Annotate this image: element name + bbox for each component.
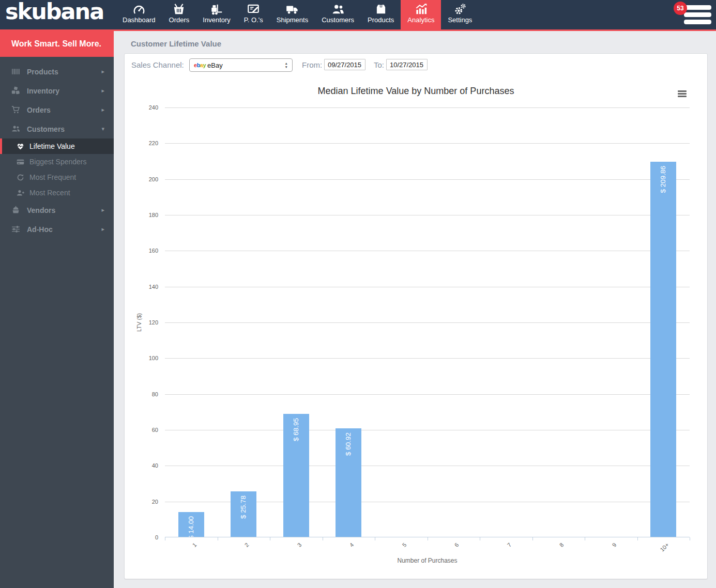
- from-date-input[interactable]: [324, 59, 365, 70]
- to-label: To:: [374, 60, 384, 69]
- bar-value-label: $ 209.86: [659, 166, 667, 193]
- sales-channel-label: Sales Channel:: [131, 60, 184, 69]
- sidebar-item-lifetime-value[interactable]: Lifetime Value: [0, 138, 114, 154]
- sidebar-item-label: Customers: [27, 125, 101, 133]
- nav-item-dashboard[interactable]: Dashboard: [116, 0, 162, 29]
- sidebar-item-label: Most Recent: [29, 189, 104, 197]
- x-axis-tick-label: 8: [558, 541, 565, 548]
- sidebar-item-biggest-spenders[interactable]: Biggest Spenders: [0, 154, 114, 169]
- select-arrows-icon: ▲▼: [285, 61, 288, 69]
- sliders-icon: [11, 225, 20, 234]
- y-axis-tick-label: 220: [127, 140, 158, 147]
- sales-channel-select[interactable]: ebay eBay ▲▼: [189, 58, 293, 72]
- nav-item-label: Orders: [169, 17, 190, 24]
- sidebar-item-label: Inventory: [27, 87, 101, 95]
- nav-item-settings[interactable]: Settings: [441, 0, 479, 29]
- gridline: [165, 179, 690, 180]
- sidebar-item-label: Most Frequent: [29, 173, 104, 181]
- nav-item-shipments[interactable]: Shipments: [270, 0, 315, 29]
- nav-item-label: Inventory: [203, 17, 230, 24]
- sidebar-item-adhoc[interactable]: Ad-Hoc ▸: [0, 220, 114, 239]
- sidebar-menu: Products ▸ Inventory ▸ Orders ▸ Customer…: [0, 57, 114, 239]
- gridline: [165, 322, 690, 323]
- y-axis-tick-label: 0: [127, 534, 158, 541]
- x-axis-tick: [270, 537, 270, 540]
- sidebar-item-vendors[interactable]: Vendors ▸: [0, 200, 114, 220]
- sidebar-item-label: Orders: [27, 106, 101, 114]
- nav-item-inventory[interactable]: Inventory: [196, 0, 237, 29]
- x-axis-tick: [165, 537, 165, 540]
- bar-value-label: $ 68.95: [292, 418, 300, 441]
- y-axis-tick-label: 200: [127, 176, 158, 183]
- users-icon: [11, 125, 20, 133]
- chevron-right-icon: ▸: [101, 87, 104, 94]
- main-menu-button[interactable]: 53: [677, 5, 711, 25]
- y-axis-tick-label: 180: [127, 211, 158, 219]
- nav-item-label: Products: [368, 17, 394, 24]
- chart-menu-button[interactable]: [677, 89, 688, 99]
- sidebar-item-inventory[interactable]: Inventory ▸: [0, 81, 114, 100]
- bar: $ 25.78: [231, 491, 256, 537]
- gauge-icon: [132, 2, 146, 16]
- x-axis-tick: [690, 537, 690, 540]
- sidebar-item-orders[interactable]: Orders ▸: [0, 100, 114, 119]
- bar-value-label: $ 60.92: [344, 432, 353, 456]
- sidebar-item-label: Vendors: [27, 206, 101, 214]
- heart-pulse-icon: [17, 143, 24, 150]
- primary-nav: Dashboard Orders Inventory P. O.'s Shipm…: [116, 0, 479, 29]
- x-axis-tick-label: 1: [191, 541, 197, 548]
- sidebar-item-customers[interactable]: Customers ▾: [0, 119, 114, 138]
- basket-icon: [172, 2, 186, 16]
- nav-item-customers[interactable]: Customers: [315, 0, 361, 29]
- chevron-right-icon: ▸: [101, 106, 104, 113]
- bar: $ 60.92: [336, 428, 361, 537]
- bar: $ 14.00: [178, 512, 204, 537]
- y-axis-tick-label: 240: [127, 104, 158, 111]
- sidebar-item-label: Products: [27, 68, 101, 76]
- tagline-banner: Work Smart. Sell More.: [0, 31, 114, 57]
- x-axis-title: Number of Purchases: [397, 557, 457, 564]
- brand-logo[interactable]: skubana: [5, 0, 103, 24]
- hamburger-icon: [684, 5, 711, 24]
- chart-title: Median Lifetime Value by Number of Purch…: [125, 86, 707, 97]
- x-axis-tick-label: 4: [348, 541, 355, 548]
- nav-item-orders[interactable]: Orders: [162, 0, 196, 29]
- sidebar: Work Smart. Sell More. Products ▸ Invent…: [0, 31, 114, 588]
- bar-chart-icon: [414, 2, 428, 16]
- bar-value-label: $ 14.00: [187, 516, 195, 537]
- customers-submenu: Lifetime Value Biggest Spenders Most Fre…: [0, 138, 114, 200]
- nav-item-label: P. O.'s: [244, 17, 263, 24]
- nav-item-analytics[interactable]: Analytics: [401, 0, 441, 29]
- x-axis-tick-label: 9: [611, 541, 617, 548]
- nav-item-label: Customers: [322, 17, 354, 24]
- ship-icon: [11, 206, 20, 214]
- gridline: [165, 215, 690, 215]
- sidebar-item-products[interactable]: Products ▸: [0, 62, 114, 81]
- gridline: [165, 107, 690, 108]
- y-axis-tick-label: 80: [127, 391, 158, 398]
- gridline: [165, 143, 690, 144]
- chevron-right-icon: ▸: [101, 68, 104, 75]
- x-axis-tick-label: 3: [296, 541, 302, 548]
- x-axis-tick: [428, 537, 428, 540]
- users-icon: [331, 2, 345, 16]
- nav-item-label: Analytics: [407, 17, 434, 24]
- nav-item-products[interactable]: Products: [361, 0, 401, 29]
- notification-badge: 53: [674, 2, 687, 15]
- y-axis-tick-label: 100: [127, 354, 158, 362]
- nav-item-pos[interactable]: P. O.'s: [237, 0, 270, 29]
- forklift-icon: [210, 2, 223, 16]
- gridline: [165, 430, 690, 430]
- to-date-input[interactable]: [386, 59, 428, 70]
- y-axis-tick-label: 160: [127, 247, 158, 254]
- x-axis-line: [165, 537, 690, 537]
- plot-area: LTV ($) Number of Purchases 020406080100…: [165, 107, 690, 537]
- nav-item-label: Dashboard: [123, 17, 156, 24]
- sidebar-item-most-frequent[interactable]: Most Frequent: [0, 169, 114, 185]
- cubes-icon: [11, 86, 20, 95]
- gridline: [165, 251, 690, 251]
- top-nav: skubana Dashboard Orders Inventory P. O.…: [0, 0, 716, 31]
- sidebar-item-most-recent[interactable]: Most Recent: [0, 185, 114, 200]
- y-axis-tick-label: 20: [127, 498, 158, 505]
- x-axis-tick: [585, 537, 585, 540]
